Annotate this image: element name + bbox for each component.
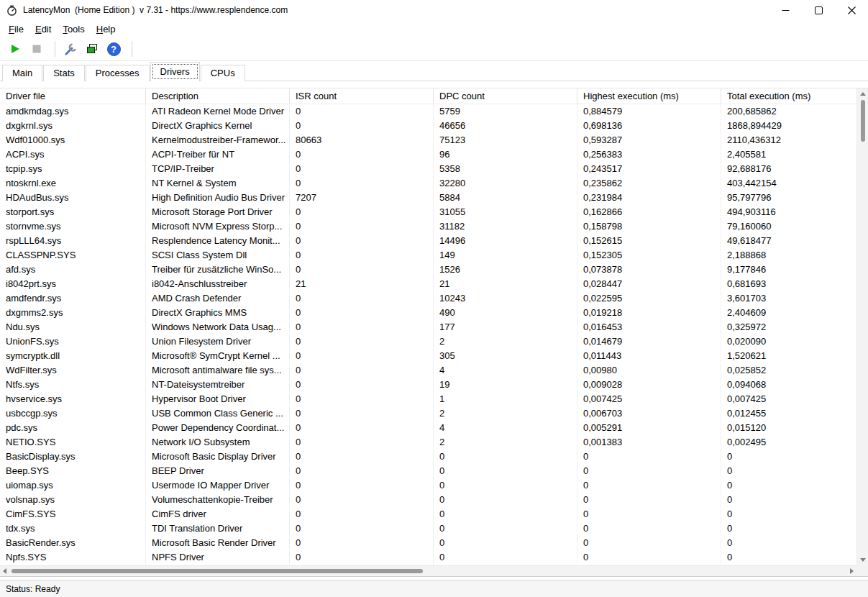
table-cell: Union Filesystem Driver (146, 334, 290, 349)
table-cell: DirectX Graphics MMS (146, 306, 290, 320)
table-row[interactable]: Wdf01000.sysKernelmodustreiber-Framewor.… (0, 133, 868, 147)
stop-monitoring-button[interactable] (27, 40, 46, 58)
table-row[interactable]: dxgkrnl.sysDirectX Graphics Kernel046656… (0, 119, 868, 133)
table-row[interactable]: volsnap.sysVolumeschattenkopie-Treiber00… (0, 493, 868, 507)
table-row[interactable]: ACPI.sysACPI-Treiber für NT0960,2563832,… (0, 147, 868, 162)
menu-tools[interactable]: Tools (57, 24, 90, 35)
scroll-left-icon[interactable] (3, 568, 6, 574)
table-cell: 0 (290, 521, 434, 536)
menu-file[interactable]: File (3, 24, 29, 35)
tab-main[interactable]: Main (2, 65, 42, 81)
table-row[interactable]: amdfendr.sysAMD Crash Defender0102430,02… (0, 291, 868, 306)
stacked-windows-icon (86, 42, 99, 55)
table-row[interactable]: symcryptk.dllMicrosoft® SymCrypt Kernel … (0, 349, 868, 363)
table-cell: 0,158798 (577, 219, 721, 234)
table-row[interactable]: pdc.sysPower Dependency Coordinat...040,… (0, 421, 868, 435)
table-cell: 0 (577, 493, 721, 507)
table-cell: stornvme.sys (0, 219, 146, 234)
column-header-driver-file[interactable]: Driver file (0, 88, 146, 104)
maximize-button[interactable] (802, 0, 835, 20)
table-row[interactable]: i8042prt.sysi8042-Anschlusstreiber21210,… (0, 277, 868, 291)
scrollbar-corner (856, 565, 868, 576)
table-cell: 0,005291 (577, 421, 721, 435)
table-cell: 0,007425 (721, 392, 856, 406)
table-row[interactable]: Beep.SYSBEEP Driver0000 (0, 464, 868, 478)
table-row[interactable]: Npfs.SYSNPFS Driver0000 (0, 550, 868, 565)
table-row[interactable]: Ntfs.sysNT-Dateisystemtreiber0190,009028… (0, 378, 868, 392)
scroll-right-icon[interactable] (850, 568, 854, 574)
table-cell: 0 (721, 507, 856, 521)
table-cell: 0 (577, 478, 721, 493)
table-cell: DirectX Graphics Kernel (146, 119, 290, 133)
table-row[interactable]: NETIO.SYSNetwork I/O Subsystem020,001383… (0, 435, 868, 450)
table-cell: 96 (434, 147, 577, 162)
driver-table-rows: amdkmdag.sysATI Radeon Kernel Mode Drive… (0, 104, 868, 565)
table-row[interactable]: uiomap.sysUsermode IO Mapper Driver0000 (0, 478, 868, 493)
report-windows-button[interactable] (83, 40, 101, 58)
table-cell: 2 (434, 406, 577, 421)
table-row[interactable]: Ndu.sysWindows Network Data Usag...01770… (0, 320, 868, 334)
column-header-description[interactable]: Description (146, 88, 290, 104)
table-cell: 0 (721, 493, 856, 507)
column-header-highest-execution[interactable]: Highest execution (ms) (577, 88, 721, 104)
table-cell: uiomap.sys (0, 478, 146, 493)
table-row[interactable]: WdFilter.sysMicrosoft antimalware file s… (0, 363, 868, 378)
vertical-scrollbar[interactable] (856, 88, 868, 565)
tab-stats[interactable]: Stats (43, 65, 85, 81)
column-header-isr-count[interactable]: ISR count (290, 88, 434, 104)
table-cell: SCSI Class System Dll (146, 248, 290, 263)
table-cell: 305 (434, 349, 577, 363)
tools-options-button[interactable] (61, 40, 80, 58)
table-row[interactable]: CimFS.SYSCimFS driver0000 (0, 507, 868, 521)
minimize-button[interactable] (769, 0, 802, 20)
table-cell: NPFS Driver (146, 550, 290, 565)
table-cell: symcryptk.dll (0, 349, 146, 363)
wrench-icon (64, 42, 78, 56)
table-row[interactable]: hvservice.sysHypervisor Boot Driver010,0… (0, 392, 868, 406)
table-cell: ACPI-Treiber für NT (146, 147, 290, 162)
table-cell: 2110,436312 (721, 133, 856, 147)
table-cell: 0 (290, 248, 434, 263)
table-row[interactable]: HDAudBus.sysHigh Definition Audio Bus Dr… (0, 191, 868, 205)
table-cell: 0 (434, 521, 577, 536)
horizontal-scrollbar-thumb[interactable] (12, 569, 423, 573)
close-button[interactable] (835, 0, 868, 20)
table-cell: 2,188868 (721, 248, 856, 263)
table-cell: 46656 (434, 119, 577, 133)
table-row[interactable]: ntoskrnl.exeNT Kernel & System0322800,23… (0, 176, 868, 191)
table-row[interactable]: BasicRender.sysMicrosoft Basic Render Dr… (0, 536, 868, 550)
table-cell: 32280 (434, 176, 577, 191)
table-row[interactable]: rspLLL64.sysResplendence Latency Monit..… (0, 234, 868, 248)
table-cell: BEEP Driver (146, 464, 290, 478)
column-header-total-execution[interactable]: Total execution (ms) (721, 88, 856, 104)
table-row[interactable]: tcpip.sysTCP/IP-Treiber053580,24351792,6… (0, 162, 868, 176)
table-row[interactable]: usbccgp.sysUSB Common Class Generic ...0… (0, 406, 868, 421)
tab-drivers[interactable]: Drivers (150, 62, 200, 81)
vertical-scrollbar-thumb[interactable] (861, 100, 865, 142)
table-row[interactable]: storport.sysMicrosoft Storage Port Drive… (0, 205, 868, 219)
column-header-dpc-count[interactable]: DPC count (434, 88, 577, 104)
table-cell: CimFS driver (146, 507, 290, 521)
table-cell: 1,520621 (721, 349, 856, 363)
table-row[interactable]: BasicDisplay.sysMicrosoft Basic Display … (0, 450, 868, 464)
scroll-down-icon[interactable] (860, 558, 866, 562)
table-row[interactable]: amdkmdag.sysATI Radeon Kernel Mode Drive… (0, 104, 868, 119)
table-cell: 0 (290, 392, 434, 406)
table-cell: 92,688176 (721, 162, 856, 176)
table-cell: volsnap.sys (0, 493, 146, 507)
table-cell: 2 (434, 435, 577, 450)
tab-cpus[interactable]: CPUs (201, 65, 245, 81)
table-row[interactable]: UnionFS.sysUnion Filesystem Driver020,01… (0, 334, 868, 349)
table-row[interactable]: stornvme.sysMicrosoft NVM Express Storp.… (0, 219, 868, 234)
menu-help[interactable]: Help (91, 24, 122, 35)
table-row[interactable]: dxgmms2.sysDirectX Graphics MMS04900,019… (0, 306, 868, 320)
tab-processes[interactable]: Processes (86, 65, 150, 81)
help-button[interactable]: ? (104, 40, 123, 58)
horizontal-scrollbar[interactable] (0, 565, 856, 576)
table-row[interactable]: tdx.sysTDI Translation Driver0000 (0, 521, 868, 536)
table-row[interactable]: CLASSPNP.SYSSCSI Class System Dll01490,1… (0, 248, 868, 263)
menu-edit[interactable]: Edit (29, 24, 57, 35)
table-row[interactable]: afd.sysTreiber für zusätzliche WinSo...0… (0, 263, 868, 277)
start-monitoring-button[interactable] (6, 40, 24, 58)
scroll-up-icon[interactable] (860, 92, 866, 96)
